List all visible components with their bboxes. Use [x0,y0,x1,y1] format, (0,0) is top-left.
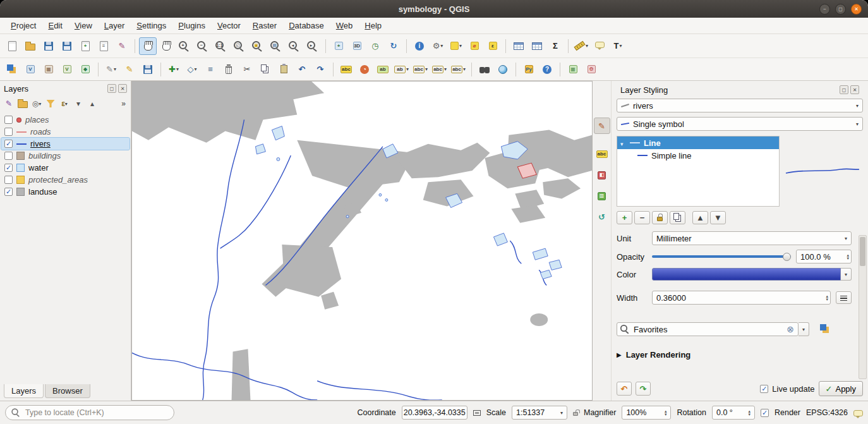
close-layers-panel-button[interactable]: ✕ [118,84,127,93]
menu-item[interactable]: Edit [42,19,68,32]
float-styling-panel-button[interactable]: ◻ [840,85,848,94]
identify-features-button[interactable]: i [411,37,428,55]
statistical-summary-button[interactable]: Σ [546,37,564,55]
zoom-full-button[interactable]: ◱ [231,37,248,55]
menu-item[interactable]: Settings [131,19,172,32]
data-source-manager-button[interactable] [3,61,21,78]
redo-button[interactable]: ↷ [311,61,329,78]
select-features-button[interactable] [447,37,465,55]
modify-attributes-button[interactable]: ≡ [202,61,219,78]
paste-features-button[interactable] [275,61,292,78]
spin-arrows-icon[interactable] [826,294,828,301]
menu-item[interactable]: Plugins [172,19,211,32]
layer-visibility-checkbox[interactable] [4,140,13,148]
scale-combobox[interactable]: 1:51337 [512,406,567,420]
label-add-button[interactable]: ab [374,61,392,78]
opacity-spinbox[interactable]: 100.0 % [796,250,852,263]
unit-selector[interactable]: Millimeter [652,231,852,245]
float-layers-panel-button[interactable]: ◻ [107,84,116,93]
expand-all-button[interactable]: ▾ [72,97,85,110]
collapse-all-button[interactable]: ▴ [86,97,99,110]
search-dropdown-button[interactable] [799,322,809,336]
add-group-button[interactable] [16,97,29,110]
new-print-layout-button[interactable]: + [76,37,94,55]
cut-features-button[interactable]: ✂ [238,61,256,78]
pan-map-button[interactable] [139,37,157,55]
spin-arrows-icon[interactable] [665,409,667,416]
save-project-button[interactable] [40,37,57,55]
deselect-features-button[interactable]: ⌀ [466,37,483,55]
copy-features-button[interactable] [256,61,274,78]
layer-row-landuse[interactable]: landuse [1,186,130,198]
binoculars-search-button[interactable] [476,61,493,78]
new-project-button[interactable] [3,37,21,55]
help-button[interactable]: ? [538,61,556,78]
spin-arrows-icon[interactable] [748,409,750,416]
add-feature-button[interactable]: ✚ [165,61,183,78]
python-console-button[interactable]: Py [520,61,538,78]
map-canvas[interactable] [131,81,593,401]
styling-tab-history[interactable]: ↺ [594,209,610,225]
coordinate-input[interactable]: 20.3963,-34.0335 [402,406,467,420]
tab-browser[interactable]: Browser [45,384,90,398]
zoom-to-layer-button[interactable]: ▤ [267,37,285,55]
layer-visibility-checkbox[interactable] [4,176,13,184]
zoom-native-button[interactable]: 1:1 [212,37,230,55]
menu-item[interactable]: Help [359,19,387,32]
layer-diagram-button[interactable]: ◔ [356,61,373,78]
color-dropdown-button[interactable] [841,268,852,281]
style-manager-shortcut-button[interactable] [817,322,833,336]
live-update-checkbox[interactable] [760,385,768,393]
clear-search-icon[interactable]: ⊗ [787,324,794,334]
layer-row-places[interactable]: places [1,114,130,126]
label-pin-button[interactable]: ab [392,61,411,78]
layer-labeling-button[interactable]: abc [337,61,355,78]
redo-style-button[interactable]: ↷ [636,382,651,396]
layer-rendering-section[interactable]: ▶ Layer Rendering [617,350,852,360]
move-symbol-down-button[interactable]: ▼ [710,211,726,224]
rotation-spinbox[interactable]: 0.0 ° [712,406,755,420]
layer-row-roads[interactable]: roads [1,126,130,138]
symbol-tree-line-item[interactable]: Line [617,136,779,149]
select-by-expression-button[interactable]: ε [484,37,502,55]
layer-row-protected_areas[interactable]: protected_areas [1,174,130,186]
magnifier-spinbox[interactable]: 100% [622,406,671,420]
color-button[interactable] [652,268,841,281]
scrollbar-thumb[interactable] [860,237,865,266]
zoom-to-selection-button[interactable]: ▣ [249,37,267,55]
layer-row-rivers[interactable]: rivers [1,138,130,150]
style-search-input[interactable]: Favorites ⊗ [617,322,799,336]
menu-item[interactable]: Project [5,19,42,32]
close-button[interactable]: ✕ [851,4,862,15]
quickmap-plugin-button[interactable]: ▦ [564,61,582,78]
new-map-view-button[interactable]: + [330,37,347,55]
styling-tab-labels[interactable]: abc [594,146,610,162]
duplicate-symbol-layer-button[interactable] [670,211,685,224]
label-change-button[interactable]: abc [449,61,467,78]
spin-arrows-icon[interactable] [847,253,849,260]
label-move-button[interactable]: abc [430,61,449,78]
layer-visibility-checkbox[interactable] [4,152,13,160]
measure-button[interactable] [572,37,590,55]
text-annotation-button[interactable]: T [609,37,627,55]
metasearch-globe-button[interactable] [494,61,512,78]
data-defined-override-button[interactable] [836,291,852,304]
close-styling-panel-button[interactable]: ✕ [850,85,859,94]
layer-row-water[interactable]: water [1,162,130,174]
lock-scale-icon[interactable] [573,412,578,416]
symbol-tree-simple-line-item[interactable]: Simple line [617,149,779,162]
styling-tab-diagrams[interactable]: ▥ [594,188,610,204]
styling-tab-symbology[interactable]: ✎ [594,118,610,134]
new-3d-map-view-button[interactable]: 3D [348,37,366,55]
menu-item[interactable]: Layer [99,19,131,32]
delete-selected-button[interactable] [220,61,238,78]
crs-status-button[interactable]: EPSG:4326 [806,408,848,417]
tools-plugin-button[interactable]: ⚙ [582,61,600,78]
toggle-editing-button[interactable]: ✎ [121,61,138,78]
refresh-map-button[interactable]: ↻ [385,37,402,55]
new-shapefile-layer-button[interactable]: V [58,61,76,78]
open-layer-styling-button[interactable]: ✎ [3,97,15,110]
current-edits-button[interactable]: ✎ [102,61,120,78]
map-tips-button[interactable] [591,37,608,55]
vertex-tool-button[interactable]: ◇ [183,61,201,78]
